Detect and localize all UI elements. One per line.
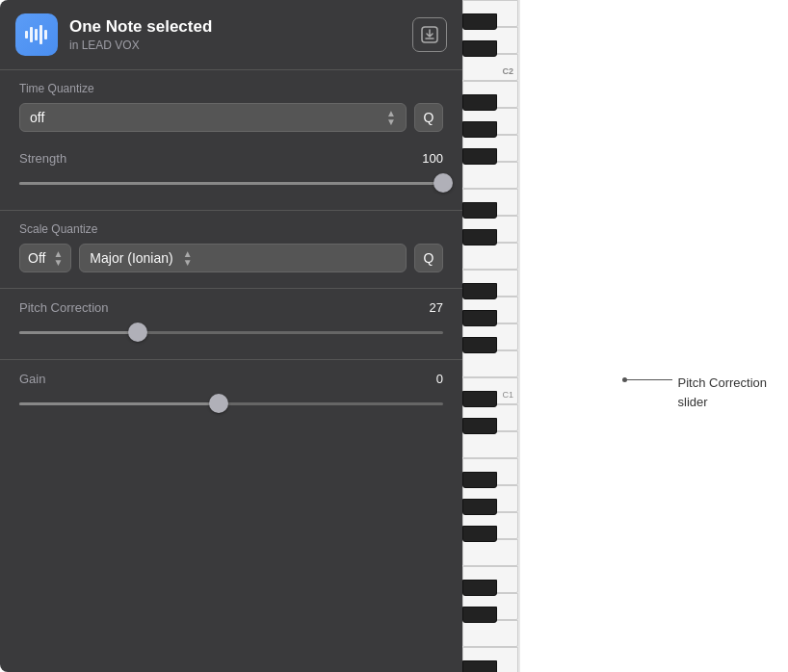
time-quantize-section: Time Quantize off ▲ ▼ Q (0, 70, 462, 147)
scale-quantize-label: Scale Quantize (19, 222, 443, 236)
black-key-12[interactable] (462, 418, 497, 434)
app-icon (15, 13, 58, 56)
gain-section: Gain 0 (0, 360, 462, 430)
scale-type-value: Major (Ionian) (90, 250, 172, 266)
time-quantize-controls: off ▲ ▼ Q (19, 103, 443, 132)
pitch-slider-fill (19, 331, 138, 334)
white-key-21[interactable] (462, 539, 518, 566)
scale-quantize-controls: Off ▲ ▼ Major (Ionian) ▲ ▼ Q (19, 244, 443, 272)
scale-off-value: Off (28, 250, 45, 266)
gain-row: Gain 0 (19, 372, 443, 386)
white-key-17[interactable] (462, 431, 518, 458)
gain-slider-fill (19, 402, 219, 405)
piano-panel: .wk { position:absolute; left:0; width:5… (462, 0, 788, 672)
white-key-24[interactable] (462, 620, 518, 647)
black-key-18[interactable] (462, 660, 497, 672)
time-quantize-value: off (30, 110, 44, 125)
strength-value: 100 (422, 151, 443, 166)
strength-slider-fill (19, 182, 443, 185)
svg-rect-4 (44, 30, 47, 39)
white-key-3[interactable]: C2 (462, 54, 518, 81)
scale-type-arrows: ▲ ▼ (183, 249, 193, 267)
gain-slider[interactable] (19, 392, 443, 415)
annotation-line2: slider (678, 393, 767, 412)
strength-row: Strength 100 (19, 151, 443, 166)
black-key-14[interactable] (462, 499, 497, 515)
right-content (520, 0, 788, 672)
black-key-16[interactable] (462, 580, 497, 596)
c1-label: C1 (502, 390, 513, 400)
pitch-slider-track (19, 331, 443, 334)
black-key-3[interactable] (462, 94, 497, 111)
svg-rect-0 (25, 31, 28, 39)
left-panel: One Note selected in LEAD VOX Time Quant… (0, 0, 462, 672)
pitch-slider-thumb[interactable] (128, 323, 147, 342)
pitch-correction-section: Pitch Correction 27 (0, 289, 462, 359)
gain-value: 0 (436, 372, 443, 386)
strength-label: Strength (19, 151, 66, 166)
black-key-1[interactable] (462, 13, 497, 30)
pitch-correction-value: 27 (430, 300, 443, 315)
scale-type-dropdown[interactable]: Major (Ionian) ▲ ▼ (79, 244, 407, 272)
strength-section: Strength 100 (0, 147, 462, 210)
c2-label: C2 (502, 66, 513, 76)
gain-slider-track (19, 402, 443, 405)
header-title: One Note selected (69, 17, 401, 37)
gain-slider-thumb[interactable] (209, 394, 228, 413)
black-key-17[interactable] (462, 607, 497, 623)
header-subtitle: in LEAD VOX (69, 39, 401, 52)
dropdown-arrows: ▲ ▼ (386, 109, 396, 126)
black-key-15[interactable] (462, 526, 497, 542)
pitch-correction-slider[interactable] (19, 321, 443, 344)
piano-keys: .wk { position:absolute; left:0; width:5… (462, 0, 520, 672)
scale-dropdown-arrows: ▲ ▼ (53, 249, 63, 267)
black-key-4[interactable] (462, 121, 497, 138)
download-button[interactable] (412, 17, 447, 52)
svg-rect-2 (35, 29, 38, 40)
scale-quantize-section: Scale Quantize Off ▲ ▼ Major (Ionian) ▲ … (0, 211, 462, 288)
strength-slider-thumb[interactable] (433, 173, 453, 193)
gain-label: Gain (19, 372, 45, 386)
time-quantize-label: Time Quantize (19, 82, 443, 95)
annotation: Pitch Correction slider (622, 374, 767, 411)
white-key-10[interactable] (462, 243, 518, 270)
black-key-10[interactable] (462, 337, 497, 353)
black-key-5[interactable] (462, 148, 497, 165)
black-key-8[interactable] (462, 283, 497, 299)
svg-rect-1 (30, 27, 33, 42)
scale-quantize-q-button[interactable]: Q (414, 244, 443, 272)
time-quantize-q-button[interactable]: Q (414, 103, 443, 132)
time-quantize-dropdown[interactable]: off ▲ ▼ (19, 103, 407, 132)
strength-slider[interactable] (19, 171, 443, 194)
pitch-correction-row: Pitch Correction 27 (19, 300, 443, 315)
black-key-13[interactable] (462, 472, 497, 488)
strength-slider-track (19, 182, 443, 185)
black-key-6[interactable] (462, 202, 497, 219)
black-key-11[interactable] (462, 391, 497, 407)
header-text: One Note selected in LEAD VOX (69, 17, 401, 52)
pitch-correction-label: Pitch Correction (19, 300, 108, 315)
black-key-9[interactable] (462, 310, 497, 326)
header: One Note selected in LEAD VOX (0, 0, 462, 69)
annotation-line1: Pitch Correction (678, 374, 767, 393)
svg-rect-3 (39, 25, 42, 44)
white-key-7[interactable] (462, 162, 518, 189)
scale-off-dropdown[interactable]: Off ▲ ▼ (19, 244, 71, 272)
white-key-14[interactable] (462, 350, 518, 377)
black-key-2[interactable] (462, 40, 497, 57)
black-key-7[interactable] (462, 229, 497, 246)
